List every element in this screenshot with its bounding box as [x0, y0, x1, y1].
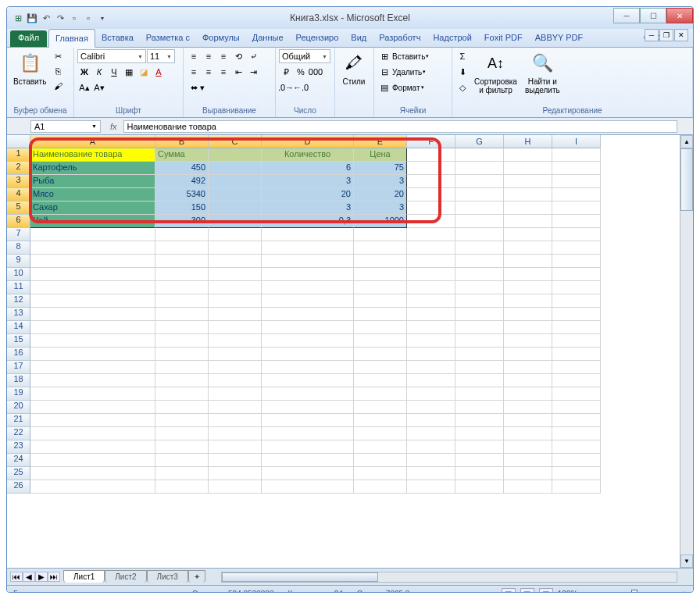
cell[interactable] — [262, 401, 354, 414]
cell[interactable] — [504, 321, 552, 334]
cell[interactable] — [155, 348, 209, 361]
cell[interactable] — [30, 334, 155, 348]
cell[interactable] — [407, 162, 455, 175]
sheet-tab-3[interactable]: Лист3 — [147, 570, 188, 583]
cell[interactable] — [455, 255, 504, 268]
cell[interactable]: 3 — [262, 175, 354, 188]
zoom-out-button[interactable]: − — [582, 590, 587, 593]
cell[interactable] — [209, 361, 262, 374]
cell[interactable] — [209, 162, 262, 175]
cell[interactable] — [354, 255, 407, 268]
sheet-tab-2[interactable]: Лист2 — [105, 570, 146, 583]
cell[interactable] — [455, 387, 504, 401]
row-header[interactable]: 22 — [7, 427, 30, 440]
cell[interactable]: Чай — [30, 215, 155, 228]
cell[interactable] — [504, 387, 552, 401]
cell[interactable] — [407, 361, 455, 374]
row-header[interactable]: 9 — [7, 255, 30, 268]
wrap-text-icon[interactable]: ⤶ — [246, 49, 260, 63]
cell[interactable] — [262, 321, 354, 334]
cell[interactable] — [30, 228, 155, 241]
cell[interactable] — [504, 480, 552, 494]
font-color-button[interactable]: A — [152, 65, 166, 79]
cell[interactable] — [30, 241, 155, 255]
row-header[interactable]: 2 — [7, 162, 30, 175]
cell[interactable] — [504, 215, 552, 228]
cell[interactable] — [262, 440, 354, 454]
cell[interactable] — [455, 268, 504, 281]
cell[interactable] — [209, 374, 262, 387]
cell[interactable] — [354, 467, 407, 480]
cell[interactable] — [30, 401, 155, 414]
tab-view[interactable]: Вид — [345, 29, 373, 47]
merge-button[interactable]: ⬌ ▾ — [187, 80, 209, 94]
cell[interactable] — [262, 308, 354, 321]
cell[interactable] — [30, 480, 155, 494]
cell[interactable] — [407, 175, 455, 188]
cell[interactable] — [552, 201, 601, 215]
align-right-icon[interactable]: ≡ — [216, 65, 230, 79]
cell[interactable] — [455, 374, 504, 387]
cell[interactable] — [504, 255, 552, 268]
cell[interactable] — [552, 467, 601, 480]
cell[interactable] — [455, 175, 504, 188]
cell[interactable] — [262, 334, 354, 348]
cell[interactable] — [155, 361, 209, 374]
view-break-icon[interactable]: ▧ — [539, 588, 553, 594]
currency-icon[interactable]: ₽ — [279, 65, 293, 79]
cell[interactable] — [407, 241, 455, 255]
cell[interactable] — [455, 308, 504, 321]
tab-dev[interactable]: Разработч — [373, 29, 427, 47]
row-header[interactable]: 20 — [7, 401, 30, 414]
cell[interactable] — [455, 215, 504, 228]
cell[interactable] — [155, 467, 209, 480]
row-header[interactable]: 11 — [7, 281, 30, 294]
cell[interactable] — [155, 321, 209, 334]
cell[interactable] — [407, 215, 455, 228]
vertical-scrollbar[interactable]: ▲ ▼ — [680, 135, 693, 568]
cell[interactable] — [354, 334, 407, 348]
cell[interactable] — [504, 334, 552, 348]
scroll-up-icon[interactable]: ▲ — [680, 135, 693, 148]
format-cells-button[interactable]: ▤Формат▾ — [377, 80, 424, 94]
cell[interactable] — [354, 321, 407, 334]
decrease-decimal-icon[interactable]: ←.0 — [294, 80, 308, 94]
cell[interactable]: Картофель — [30, 162, 155, 175]
cell[interactable] — [455, 454, 504, 467]
cell[interactable] — [552, 387, 601, 401]
cell[interactable] — [209, 268, 262, 281]
cell[interactable] — [504, 175, 552, 188]
cell[interactable]: 300 — [155, 215, 209, 228]
cell[interactable] — [354, 401, 407, 414]
number-format-combo[interactable]: Общий▼ — [279, 49, 330, 63]
cell[interactable] — [455, 401, 504, 414]
cell[interactable] — [30, 440, 155, 454]
cell[interactable]: 450 — [155, 162, 209, 175]
cell[interactable] — [407, 268, 455, 281]
view-layout-icon[interactable]: ▤ — [520, 588, 534, 594]
qat-item[interactable]: ▫ — [68, 12, 80, 24]
hscroll-thumb[interactable] — [222, 572, 378, 582]
cell[interactable] — [354, 480, 407, 494]
cell[interactable] — [354, 294, 407, 308]
cell[interactable] — [407, 480, 455, 494]
scroll-down-icon[interactable]: ▼ — [680, 554, 693, 568]
cell[interactable] — [407, 454, 455, 467]
view-normal-icon[interactable]: ▦ — [502, 588, 516, 594]
align-top-icon[interactable]: ≡ — [187, 49, 201, 63]
grid[interactable]: ABCDEFGHI1Наименование товараСуммаКоличе… — [7, 135, 693, 494]
cell[interactable] — [155, 401, 209, 414]
cell[interactable] — [354, 348, 407, 361]
row-header[interactable]: 24 — [7, 454, 30, 467]
cell[interactable] — [30, 427, 155, 440]
align-left-icon[interactable]: ≡ — [187, 65, 201, 79]
cell[interactable] — [552, 148, 601, 162]
cell[interactable] — [552, 480, 601, 494]
cell[interactable] — [552, 374, 601, 387]
cell[interactable] — [504, 414, 552, 427]
bold-button[interactable]: Ж — [77, 65, 91, 79]
cell[interactable] — [552, 241, 601, 255]
cell[interactable] — [155, 440, 209, 454]
font-name-combo[interactable]: Calibri▼ — [77, 49, 146, 63]
cell[interactable] — [155, 427, 209, 440]
